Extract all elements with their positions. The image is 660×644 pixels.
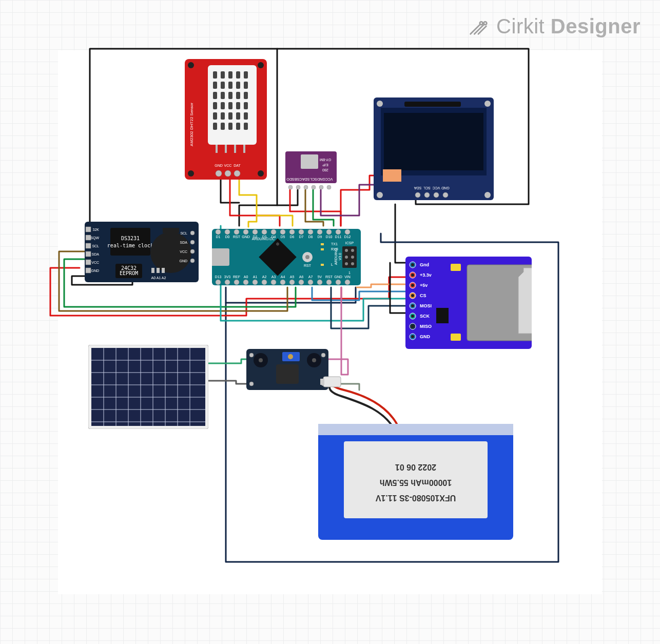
svg-point-0 bbox=[480, 22, 483, 25]
dht22-sensor-module[interactable]: AM2302 DHT22 Sensor bbox=[185, 59, 267, 180]
oled-display-module[interactable]: SDA SCL VCC GND bbox=[374, 97, 494, 203]
svg-rect-115 bbox=[321, 243, 324, 245]
ds3231-rtc-module[interactable]: 32K SQW SCL SDA VCC GND DS3231 real-time… bbox=[85, 222, 199, 282]
svg-text:RST: RST bbox=[304, 264, 312, 267]
lipo-battery[interactable]: UFX105080-3S 11.1V 10000mAh 55.5Wh 2022 … bbox=[313, 375, 518, 544]
svg-text:RST: RST bbox=[325, 275, 333, 279]
svg-text:D0: D0 bbox=[225, 235, 230, 239]
rtc-chip-name: DS3231 bbox=[121, 236, 140, 241]
svg-text:D2: D2 bbox=[253, 235, 258, 239]
svg-rect-23 bbox=[213, 102, 217, 109]
svg-text:D9: D9 bbox=[318, 235, 322, 239]
svg-rect-21 bbox=[236, 92, 240, 99]
logo-icon bbox=[467, 14, 490, 38]
svg-text:32K: 32K bbox=[93, 228, 100, 231]
svg-text:SDA: SDA bbox=[414, 186, 421, 190]
dht22-title: AM2302 DHT22 Sensor bbox=[189, 103, 194, 146]
svg-text:D1: D1 bbox=[216, 235, 221, 239]
svg-text:ICSP: ICSP bbox=[345, 241, 354, 245]
svg-rect-35 bbox=[228, 123, 232, 130]
svg-rect-196 bbox=[451, 264, 461, 271]
svg-point-246 bbox=[288, 354, 293, 359]
svg-point-181 bbox=[299, 280, 304, 285]
solar-panel[interactable] bbox=[88, 345, 208, 429]
svg-rect-17 bbox=[244, 82, 248, 89]
svg-point-241 bbox=[259, 358, 263, 362]
arduino-nano[interactable]: RST TX1 RX0 L ICSP 1 ARDUINO.CC ARDUINO … bbox=[212, 226, 361, 288]
svg-text:5V: 5V bbox=[318, 275, 322, 279]
svg-rect-104 bbox=[151, 268, 154, 273]
svg-rect-36 bbox=[236, 123, 240, 130]
dht22-pin-gnd: GND bbox=[215, 164, 223, 167]
svg-point-209 bbox=[411, 294, 414, 297]
svg-rect-19 bbox=[221, 92, 225, 99]
svg-rect-105 bbox=[157, 268, 160, 273]
svg-point-143 bbox=[262, 229, 267, 235]
svg-point-177 bbox=[280, 280, 285, 285]
svg-text:VCC: VCC bbox=[91, 261, 99, 264]
svg-rect-95 bbox=[163, 228, 179, 233]
svg-text:SCL: SCL bbox=[310, 178, 317, 181]
svg-point-189 bbox=[336, 280, 341, 285]
svg-text:VCC: VCC bbox=[180, 250, 187, 253]
svg-rect-197 bbox=[451, 334, 461, 341]
svg-rect-10 bbox=[228, 71, 232, 79]
svg-rect-31 bbox=[236, 112, 240, 120]
brand-name-2: Designer bbox=[551, 15, 640, 37]
sd-card-module[interactable]: Gnd+3.3v+5vCSMOSISCKMISOGND bbox=[405, 257, 532, 349]
svg-text:A6: A6 bbox=[299, 275, 304, 279]
bmp-silk-3: 280 bbox=[322, 168, 328, 172]
svg-rect-20 bbox=[228, 92, 232, 99]
svg-point-48 bbox=[296, 185, 300, 189]
svg-point-135 bbox=[225, 229, 230, 235]
svg-point-151 bbox=[299, 229, 304, 235]
nano-icsp bbox=[342, 246, 357, 268]
bmp280-module[interactable]: GY-BM E/P 280 SDO CSB SDA SCL GND VCC bbox=[285, 151, 337, 192]
svg-point-171 bbox=[253, 280, 258, 285]
svg-point-247 bbox=[249, 353, 254, 357]
svg-marker-195 bbox=[518, 268, 532, 334]
svg-rect-30 bbox=[228, 112, 232, 120]
svg-rect-119 bbox=[321, 264, 324, 266]
svg-text:SQW: SQW bbox=[90, 236, 99, 240]
svg-rect-33 bbox=[213, 123, 217, 130]
svg-rect-80 bbox=[86, 251, 91, 257]
svg-point-248 bbox=[249, 382, 254, 386]
svg-point-191 bbox=[345, 280, 350, 285]
svg-point-187 bbox=[326, 280, 332, 285]
svg-text:SDA: SDA bbox=[180, 241, 188, 244]
svg-text:D13: D13 bbox=[215, 275, 222, 279]
svg-text:GND: GND bbox=[179, 259, 187, 263]
svg-point-147 bbox=[280, 229, 285, 235]
svg-rect-8 bbox=[213, 71, 217, 79]
svg-point-44 bbox=[234, 170, 240, 177]
svg-text:L: L bbox=[331, 263, 333, 266]
svg-rect-224 bbox=[91, 348, 205, 426]
svg-point-133 bbox=[216, 229, 221, 235]
svg-text:A7: A7 bbox=[308, 275, 313, 279]
svg-rect-13 bbox=[213, 82, 217, 89]
svg-text:ARDUINO: ARDUINO bbox=[334, 248, 338, 265]
svg-rect-254 bbox=[318, 424, 513, 435]
svg-text:GND: GND bbox=[317, 178, 325, 181]
svg-text:VCC: VCC bbox=[325, 178, 333, 181]
svg-point-1 bbox=[484, 22, 487, 25]
brand-logo: Cirkit Designer bbox=[467, 14, 640, 38]
svg-point-69 bbox=[424, 192, 430, 198]
svg-text:MOSI: MOSI bbox=[420, 303, 432, 308]
svg-rect-26 bbox=[236, 102, 240, 109]
svg-rect-14 bbox=[221, 82, 225, 89]
svg-text:D12: D12 bbox=[344, 235, 351, 239]
svg-text:SDA: SDA bbox=[302, 178, 309, 181]
svg-point-161 bbox=[345, 229, 350, 235]
svg-text:A2: A2 bbox=[262, 275, 267, 279]
svg-point-113 bbox=[305, 255, 309, 259]
svg-point-97 bbox=[190, 240, 195, 244]
svg-rect-9 bbox=[221, 71, 225, 79]
svg-text:A0: A0 bbox=[244, 275, 248, 279]
svg-rect-24 bbox=[221, 102, 225, 109]
svg-rect-106 bbox=[162, 268, 165, 273]
svg-text:D4: D4 bbox=[271, 235, 276, 239]
svg-rect-82 bbox=[86, 268, 91, 273]
svg-text:VIN: VIN bbox=[344, 275, 351, 279]
